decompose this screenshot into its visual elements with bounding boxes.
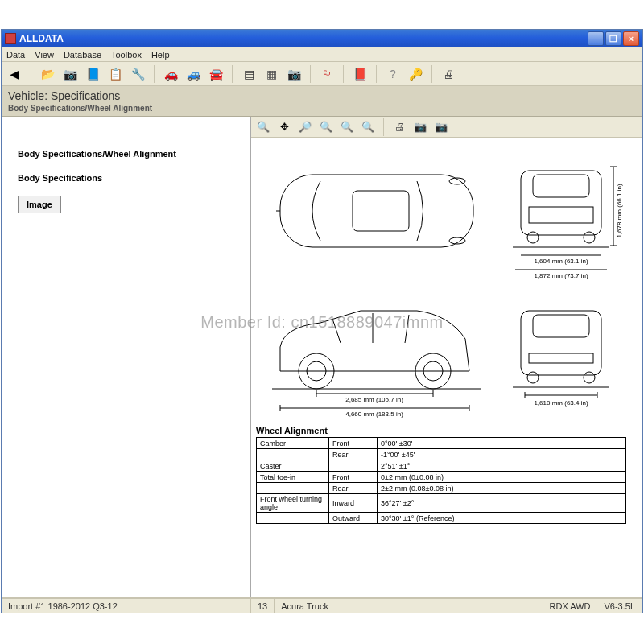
zoom-plus-icon[interactable]: 🔍 <box>319 120 333 134</box>
page-title: Vehicle: Specifications <box>8 89 636 102</box>
image-toolbar: 🔍 ✥ 🔎 🔍 🔍 🔍 🖨 📷 📷 <box>251 117 642 138</box>
svg-text:2,685 mm (105.7 in): 2,685 mm (105.7 in) <box>345 396 403 403</box>
folder-icon[interactable]: 📂 <box>39 66 56 82</box>
image-button[interactable]: Image <box>18 196 61 213</box>
camera2-icon[interactable]: 📷 <box>286 66 302 82</box>
svg-rect-1 <box>353 191 409 231</box>
book-icon[interactable]: 📕 <box>352 66 368 82</box>
menubar: Data View Database Toolbox Help <box>2 47 642 62</box>
book-blue-icon[interactable]: 📘 <box>85 66 101 82</box>
camera4-icon[interactable]: 📷 <box>434 120 448 134</box>
car-top-view <box>256 142 497 279</box>
status-model: RDX AWD <box>543 599 598 613</box>
car-side-view: 2,685 mm (105.7 in) 4,660 mm (183.5 in) <box>256 283 497 419</box>
menu-help[interactable]: Help <box>151 50 170 60</box>
zoom-minus-icon[interactable]: 🔍 <box>340 120 354 134</box>
table-row: Rear2±2 mm (0.08±0.08 in) <box>257 483 626 494</box>
doc-heading: Body Specifications/Wheel Alignment <box>18 149 242 159</box>
statusbar: Import #1 1986-2012 Q3-12 13 Acura Truck… <box>2 598 642 613</box>
car-blue-icon[interactable]: 🚙 <box>185 66 201 82</box>
minimize-button[interactable]: _ <box>588 31 604 46</box>
car-rear-view: 1,610 mm (63.4 in) <box>501 283 630 419</box>
tool-icon[interactable]: 🔧 <box>130 66 146 82</box>
status-source: Import #1 1986-2012 Q3-12 <box>2 599 251 613</box>
status-engine: V6-3.5L <box>597 599 642 613</box>
svg-text:4,660 mm (183.5 in): 4,660 mm (183.5 in) <box>345 411 403 418</box>
car-front-view: 1,678 mm (66.1 in) 1,604 mm (63.1 in) 1,… <box>501 142 630 279</box>
wheel-alignment-table: CamberFront0°00' ±30'Rear-1°00' ±45'Cast… <box>256 437 626 524</box>
move-icon[interactable]: ✥ <box>277 120 291 134</box>
table-row: Front wheel turning angleInward36°27' ±2… <box>257 494 626 513</box>
right-pane: 🔍 ✥ 🔎 🔍 🔍 🔍 🖨 📷 📷 <box>251 117 642 597</box>
menu-data[interactable]: Data <box>6 50 25 60</box>
app-window: ALLDATA _ ❐ × Data View Database Toolbox… <box>1 29 643 613</box>
svg-point-8 <box>527 232 539 243</box>
table-row: Caster2°51' ±1° <box>257 460 626 472</box>
page-header: Vehicle: Specifications Body Specificati… <box>2 86 642 117</box>
close-button[interactable]: × <box>623 31 639 46</box>
breadcrumb: Body Specifications/Wheel Alignment <box>8 104 636 113</box>
window-title: ALLDATA <box>19 33 588 44</box>
table-row: Total toe-inFront0±2 mm (0±0.08 in) <box>257 472 626 483</box>
svg-text:1,872 mm (73.7 in): 1,872 mm (73.7 in) <box>534 272 588 279</box>
svg-rect-34 <box>529 353 593 363</box>
flag-icon[interactable]: 🏳 <box>319 66 335 82</box>
svg-text:1,604 mm (63.1 in): 1,604 mm (63.1 in) <box>534 258 588 265</box>
svg-point-36 <box>584 372 595 383</box>
svg-text:1,610 mm (63.4 in): 1,610 mm (63.4 in) <box>534 399 588 407</box>
doc-subheading: Body Specifications <box>18 173 242 183</box>
menu-database[interactable]: Database <box>64 50 101 60</box>
wheel-alignment-section: Wheel Alignment CamberFront0°00' ±30'Rea… <box>256 426 626 524</box>
app-icon <box>5 33 16 44</box>
table-row: Rear-1°00' ±45' <box>257 449 626 460</box>
svg-rect-0 <box>280 175 473 247</box>
menu-toolbox[interactable]: Toolbox <box>111 50 142 60</box>
svg-rect-33 <box>533 315 589 337</box>
car-red-icon[interactable]: 🚘 <box>208 66 224 82</box>
svg-point-35 <box>527 372 539 383</box>
zoom-reset-icon[interactable]: 🔍 <box>361 120 375 134</box>
table-row: Outward30°30' ±1° (Reference) <box>257 513 626 524</box>
svg-rect-7 <box>529 207 593 223</box>
status-year: 13 <box>251 599 275 613</box>
key-icon[interactable]: 🔑 <box>407 66 423 82</box>
doc-icon[interactable]: ▦ <box>263 66 279 82</box>
car-green-icon[interactable]: 🚗 <box>163 66 179 82</box>
help-icon[interactable]: ? <box>385 66 401 82</box>
menu-view[interactable]: View <box>35 50 54 60</box>
left-pane: Body Specifications/Wheel Alignment Body… <box>2 117 251 597</box>
back-icon[interactable]: ◀ <box>6 66 23 82</box>
main-toolbar: ◀ 📂 📷 📘 📋 🔧 🚗 🚙 🚘 ▤ ▦ 📷 🏳 📕 ? 🔑 🖨 <box>2 62 642 86</box>
print2-icon[interactable]: 🖨 <box>392 120 407 134</box>
status-make: Acura Truck <box>275 599 543 613</box>
svg-rect-6 <box>533 175 589 197</box>
maximize-button[interactable]: ❐ <box>605 31 621 46</box>
content-area: Body Specifications/Wheel Alignment Body… <box>2 117 642 598</box>
list-icon[interactable]: 📋 <box>107 66 123 82</box>
titlebar[interactable]: ALLDATA _ ❐ × <box>2 30 642 47</box>
diagram-area[interactable]: 1,678 mm (66.1 in) 1,604 mm (63.1 in) 1,… <box>251 138 642 597</box>
zoom-in-icon[interactable]: 🔍 <box>256 120 270 134</box>
svg-point-9 <box>584 232 595 243</box>
barcode-icon[interactable]: ▤ <box>241 66 257 82</box>
camera-icon[interactable]: 📷 <box>62 66 78 82</box>
print-icon[interactable]: 🖨 <box>440 66 456 82</box>
zoom-fit-icon[interactable]: 🔎 <box>298 120 312 134</box>
wheel-alignment-title: Wheel Alignment <box>256 426 626 436</box>
table-row: CamberFront0°00' ±30' <box>257 438 626 449</box>
svg-text:1,678 mm (66.1 in): 1,678 mm (66.1 in) <box>616 184 623 237</box>
camera3-icon[interactable]: 📷 <box>413 120 427 134</box>
